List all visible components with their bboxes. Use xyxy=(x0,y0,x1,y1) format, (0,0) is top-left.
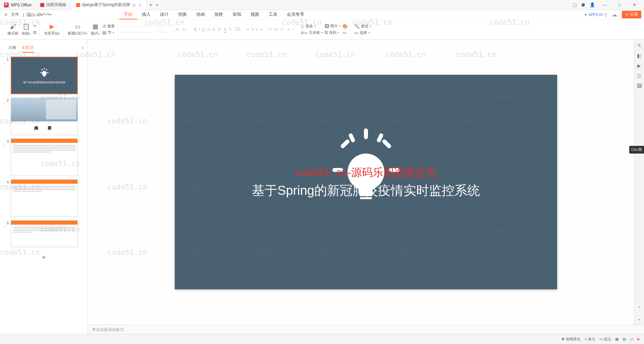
tab-templates[interactable]: 找稻壳模板 xyxy=(36,0,71,10)
undo-icon[interactable]: ↶ xyxy=(41,12,45,17)
add-tab-button[interactable]: + xyxy=(147,2,155,8)
minimize-button[interactable]: — xyxy=(600,2,610,7)
star-icon[interactable]: ☆ xyxy=(3,184,9,188)
preview-icon[interactable]: ▭ xyxy=(34,12,38,17)
rail-image-icon[interactable]: 🖼 xyxy=(637,83,642,89)
find-button[interactable]: 🔍查找▾ xyxy=(354,24,371,29)
rail-chevron-up-icon[interactable]: ⌃ xyxy=(637,306,641,311)
textbox-button[interactable]: A▭文本框▾ xyxy=(301,30,323,35)
justify-icon[interactable]: ≡ xyxy=(260,27,263,32)
arrange-button[interactable]: ⧉排列▾ xyxy=(325,30,340,35)
cut-icon[interactable]: ✂ xyxy=(33,23,37,28)
user-icon[interactable]: 👤 xyxy=(590,2,595,7)
ime-indicator[interactable]: CH♩简 xyxy=(629,146,644,154)
thumb-slide-2[interactable]: 摘 要 xyxy=(11,98,78,135)
bold-icon[interactable]: B xyxy=(194,27,197,32)
fill-icon[interactable]: 🎨 xyxy=(342,24,348,29)
section-button[interactable]: ▤节▾ xyxy=(102,30,115,35)
select-button[interactable]: ▭选择▾ xyxy=(354,30,371,35)
new-slide-button[interactable]: ▭新建幻灯片▾ xyxy=(67,22,88,37)
status-comments-icon[interactable]: ▭ 批注 xyxy=(599,337,611,342)
font-family-input[interactable] xyxy=(121,26,158,33)
redo-icon[interactable]: ↷ xyxy=(47,12,51,17)
underline-icon[interactable]: U xyxy=(202,27,205,32)
share-button[interactable]: ⇪ 分享 xyxy=(622,11,641,18)
cube-icon[interactable]: ⬢ xyxy=(581,2,585,7)
tab-dropdown-icon[interactable]: ▾ xyxy=(155,3,159,7)
rail-design-icon[interactable]: ◫ xyxy=(637,73,641,78)
star-icon[interactable]: ☆ xyxy=(3,143,9,147)
ribbon-tab-slideshow[interactable]: 放映 xyxy=(210,10,228,19)
layout-button[interactable]: ▦版式▾ xyxy=(90,22,100,37)
font-size-input[interactable] xyxy=(160,26,173,33)
rail-play-icon[interactable]: ▶ xyxy=(637,63,641,68)
ribbon-tab-transition[interactable]: 切换 xyxy=(173,10,192,19)
add-slide-button[interactable]: + xyxy=(3,250,85,265)
sidebar-tab-outline[interactable]: 大纲 xyxy=(8,45,16,53)
save-icon[interactable]: 🖫 xyxy=(26,12,31,17)
ribbon-tab-start[interactable]: 开始 xyxy=(119,10,137,19)
notes-area[interactable]: 单击此处添加备注 xyxy=(88,325,644,334)
line-spacing-icon[interactable]: ↕ xyxy=(292,27,294,32)
view-slideshow-icon[interactable]: ▶ xyxy=(637,337,640,341)
indent-inc-icon[interactable]: ⇥ xyxy=(286,27,290,32)
shape-button[interactable]: ◇形状▾ xyxy=(301,24,323,29)
maximize-button[interactable]: □ xyxy=(614,2,625,7)
align-center-icon[interactable]: ≡ xyxy=(251,27,254,32)
star-icon[interactable]: ☆ xyxy=(3,102,9,106)
italic-icon[interactable]: I xyxy=(199,27,200,32)
hamburger-icon[interactable]: ≡ xyxy=(3,12,9,17)
paste-button[interactable]: 📋粘贴▾ xyxy=(21,22,31,37)
strike-icon[interactable]: S xyxy=(212,27,215,32)
thumb-slide-5[interactable] xyxy=(11,220,78,247)
star-icon[interactable]: ☆ xyxy=(3,225,9,229)
rail-pencil-icon[interactable]: ✎ xyxy=(637,43,641,48)
copy-icon[interactable]: ⧉ xyxy=(38,12,41,17)
thumb-slide-1[interactable]: 基于Spring的新冠肺炎疫情实时监控系统 xyxy=(11,57,78,94)
cloud-icon[interactable]: ☁ xyxy=(612,11,617,18)
ribbon-tab-design[interactable]: 设计 xyxy=(155,10,173,19)
align-left-icon[interactable]: ≡ xyxy=(247,27,249,32)
ribbon-tab-insert[interactable]: 插入 xyxy=(137,10,155,19)
status-notes-icon[interactable]: ≡ 备注 xyxy=(585,337,595,342)
copy-icon[interactable]: ⧉ xyxy=(33,30,37,35)
ribbon-tab-view[interactable]: 视图 xyxy=(246,10,264,19)
thumb-slide-3[interactable] xyxy=(11,138,78,176)
picture-button[interactable]: 🖼图片▾ xyxy=(325,23,340,28)
ribbon-tab-animation[interactable]: 动画 xyxy=(192,10,210,19)
tab-document[interactable]: django基于Spring的新冠肺 ◎ × xyxy=(71,0,147,10)
thumb-slide-4[interactable] xyxy=(11,179,78,217)
outline-icon[interactable]: ▭ xyxy=(342,30,348,35)
rail-chevron-down-icon[interactable]: ⌄ xyxy=(637,316,641,321)
highlight-icon[interactable]: ✎ xyxy=(228,27,232,32)
canvas-wrap[interactable]: code51. cn-源码乐园盗图必究 基于Spring的新冠肺炎疫情实时监控系… xyxy=(88,40,644,325)
star-icon[interactable]: ☆ xyxy=(3,61,9,65)
decrease-font-icon[interactable]: A↓ xyxy=(182,27,187,32)
chevron-left-icon[interactable]: ‹ xyxy=(82,45,84,51)
close-icon[interactable]: × xyxy=(139,2,142,8)
window-mode-icon[interactable]: ▢ xyxy=(573,2,577,7)
slide-canvas[interactable]: code51. cn-源码乐园盗图必究 基于Spring的新冠肺炎疫情实时监控系… xyxy=(175,75,557,289)
numbering-icon[interactable]: 1≡ xyxy=(274,27,279,32)
view-reading-icon[interactable]: ▭ xyxy=(630,337,633,341)
indent-dec-icon[interactable]: ⇤ xyxy=(281,27,284,32)
format-painter-button[interactable]: 🖌格式刷 xyxy=(7,22,19,37)
ribbon-tab-vip[interactable]: 会员专享 xyxy=(282,10,309,19)
reset-button[interactable]: ↺重置 xyxy=(102,24,115,29)
status-item[interactable]: ◈ 智能美化 xyxy=(561,337,581,342)
view-sorter-icon[interactable]: ▤ xyxy=(623,337,626,341)
print-icon[interactable]: ⎙ xyxy=(31,12,34,17)
file-menu[interactable]: 文件 xyxy=(9,12,21,17)
rail-layers-icon[interactable]: ◧ xyxy=(637,53,641,58)
from-start-button[interactable]: ▶当页开始▾ xyxy=(43,22,61,37)
bullets-icon[interactable]: ⋮≡ xyxy=(265,27,272,32)
sidebar-tab-slides[interactable]: 幻灯片 xyxy=(22,45,34,53)
close-button[interactable]: ✕ xyxy=(629,2,639,7)
wps-ai-button[interactable]: ✦ WPS AI Q xyxy=(584,12,607,17)
align-right-icon[interactable]: ≡ xyxy=(256,27,259,32)
increase-font-icon[interactable]: A↑ xyxy=(175,27,180,32)
clear-format-icon[interactable]: ⌫ xyxy=(234,27,240,32)
font-color-icon[interactable]: A xyxy=(224,27,227,32)
redo-dropdown-icon[interactable]: ▾ xyxy=(51,13,52,16)
ribbon-tab-tools[interactable]: 工具 xyxy=(264,10,282,19)
